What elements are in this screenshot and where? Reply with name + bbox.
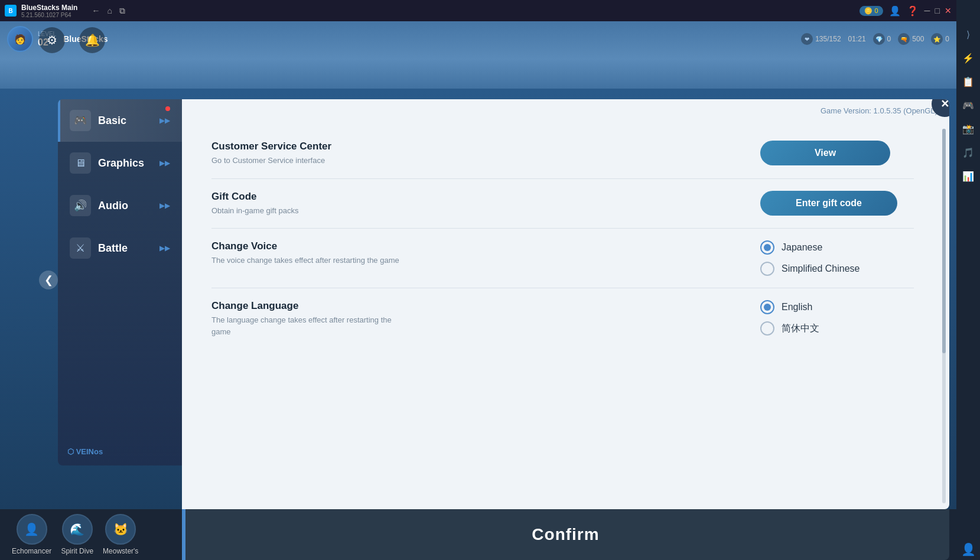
minimize-button[interactable]: ─ — [924, 6, 930, 15]
sidebar-icon-1[interactable]: ⚡ — [958, 47, 979, 69]
right-sidebar: ⟩ ⚡ 📋 🎮 📸 🎵 📊 👤 — [956, 0, 980, 560]
scrollbar[interactable] — [942, 129, 946, 503]
settings-content: Customer Service Center Go to Customer S… — [182, 99, 949, 474]
titlebar-right: 🪙 0 👤 ❓ ─ □ ✕ — [859, 5, 952, 17]
tab-basic-badge — [165, 106, 170, 111]
veinos-logo: ⬡ VEINos — [67, 447, 103, 456]
voice-japanese-label: Japanese — [782, 242, 822, 253]
voice-simplified-chinese-radio[interactable] — [760, 262, 774, 276]
enter-gift-code-button[interactable]: Enter gift code — [760, 191, 897, 216]
coin-display: 🪙 0 — [859, 6, 883, 16]
view-button[interactable]: View — [760, 141, 890, 165]
lang-chinese-option[interactable]: 简休中文 — [760, 321, 819, 336]
change-voice-title: Change Voice — [211, 240, 748, 252]
app-subtitle: 5.21.560.1027 P64 — [21, 12, 77, 18]
customer-service-desc: Go to Customer Service interface — [211, 155, 412, 167]
gift-code-row: Gift Code Obtain in-game gift packs Ente… — [211, 179, 914, 229]
window-icon[interactable]: ⧉ — [119, 6, 125, 16]
game-hud: 🧑 LEVEL 02 BlueStacks ❤ 135/152 01:21 💎 … — [0, 21, 956, 57]
sidebar-icon-bottom[interactable]: 👤 — [958, 539, 979, 560]
gift-code-right: Enter gift code — [748, 191, 914, 216]
currency2-stat: 🔫 500 — [898, 33, 924, 45]
question-icon[interactable]: ❓ — [907, 5, 919, 17]
game-version: Game Version: 1.0.5.35 (OpenGL) — [821, 106, 937, 115]
gift-code-title: Gift Code — [211, 191, 748, 203]
customer-service-title: Customer Service Center — [211, 141, 748, 152]
echomancer-name: Echomancer — [12, 547, 51, 555]
voice-simplified-chinese-option[interactable]: Simplified Chinese — [760, 262, 860, 276]
tab-battle-label: Battle — [98, 242, 128, 255]
change-voice-right: Japanese Simplified Chinese — [748, 240, 914, 276]
change-language-desc: The language change takes effect after r… — [211, 314, 412, 337]
change-voice-left: Change Voice The voice change takes effe… — [211, 240, 748, 266]
sidebar-icon-4[interactable]: 📸 — [958, 118, 979, 139]
sidebar-icon-2[interactable]: 📋 — [958, 71, 979, 92]
gear-button[interactable]: ⚙ — [39, 27, 65, 53]
hp-icon: ❤ — [801, 33, 813, 45]
close-window-button[interactable]: ✕ — [945, 6, 952, 15]
bluestacks-titlebar: B BlueStacks Main 5.21.560.1027 P64 ← ⌂ … — [0, 0, 956, 21]
currency1-stat: 💎 0 — [873, 33, 891, 45]
bluestacks-logo: B — [5, 5, 17, 17]
tab-audio[interactable]: 🔊 Audio ▶▶ — [58, 184, 182, 227]
confirm-bar: Confirm — [182, 509, 949, 560]
nav-left-arrow[interactable]: ❮ — [39, 271, 58, 289]
tab-audio-arrow: ▶▶ — [159, 201, 170, 210]
tab-battle[interactable]: ⚔ Battle ▶▶ — [58, 227, 182, 269]
customer-service-right: View — [748, 141, 914, 165]
currency3-stat: ⭐ 0 — [931, 33, 949, 45]
lang-english-radio[interactable] — [760, 300, 774, 314]
tab-battle-arrow: ▶▶ — [159, 244, 170, 252]
quick-settings: ⚙ 🔔 — [39, 27, 105, 53]
spirit-dive-name: Spirit Dive — [61, 547, 93, 555]
voice-japanese-radio[interactable] — [760, 240, 774, 255]
tab-graphics-arrow: ▶▶ — [159, 159, 170, 167]
sidebar-icon-5[interactable]: 🎵 — [958, 142, 979, 163]
voice-japanese-option[interactable]: Japanese — [760, 240, 822, 255]
change-language-left: Change Language The language change take… — [211, 300, 748, 337]
timer-stat: 01:21 — [848, 35, 866, 43]
character-echomancer[interactable]: 👤 Echomancer — [12, 514, 51, 555]
tab-audio-icon: 🔊 — [70, 195, 91, 216]
currency1-icon: 💎 — [873, 33, 885, 45]
sidebar-expand-icon[interactable]: ⟩ — [958, 24, 979, 45]
customer-service-row: Customer Service Center Go to Customer S… — [211, 129, 914, 179]
currency3-icon: ⭐ — [931, 33, 943, 45]
gift-code-left: Gift Code Obtain in-game gift packs — [211, 191, 748, 217]
character-spirit-dive[interactable]: 🌊 Spirit Dive — [61, 514, 93, 555]
tab-graphics[interactable]: 🖥 Graphics ▶▶ — [58, 142, 182, 184]
tab-graphics-icon: 🖥 — [70, 152, 91, 174]
scrollbar-thumb[interactable] — [942, 129, 946, 353]
sidebar-icon-3[interactable]: 🎮 — [958, 95, 979, 116]
tab-basic[interactable]: 🎮 Basic ▶▶ — [58, 99, 182, 142]
change-language-row: Change Language The language change take… — [211, 288, 914, 349]
back-icon[interactable]: ← — [92, 6, 100, 16]
window-controls: ─ □ ✕ — [924, 6, 952, 15]
user-icon[interactable]: 👤 — [889, 5, 901, 17]
customer-service-left: Customer Service Center Go to Customer S… — [211, 141, 748, 167]
tab-basic-arrow: ▶▶ — [159, 116, 170, 125]
home-icon[interactable]: ⌂ — [107, 6, 112, 16]
maximize-button[interactable]: □ — [935, 6, 940, 15]
echomancer-avatar: 👤 — [17, 514, 47, 545]
app-title: BlueStacks Main — [21, 4, 77, 12]
meowster-avatar: 🐱 — [105, 514, 136, 545]
spirit-dive-avatar: 🌊 — [62, 514, 93, 545]
gift-code-desc: Obtain in-game gift packs — [211, 205, 412, 217]
character-meowster[interactable]: 🐱 Meowster's — [103, 514, 138, 555]
lang-english-option[interactable]: English — [760, 300, 812, 314]
nav-icons: ← ⌂ ⧉ — [92, 6, 125, 16]
change-voice-desc: The voice change takes effect after rest… — [211, 255, 412, 266]
lang-chinese-radio[interactable] — [760, 321, 774, 336]
change-language-title: Change Language — [211, 300, 748, 312]
bell-button[interactable]: 🔔 — [79, 27, 105, 53]
confirm-accent-bar — [182, 509, 185, 560]
tab-audio-label: Audio — [98, 200, 128, 212]
change-voice-row: Change Voice The voice change takes effe… — [211, 229, 914, 288]
tab-graphics-label: Graphics — [98, 157, 144, 170]
confirm-button[interactable]: Confirm — [532, 525, 599, 544]
voice-simplified-chinese-label: Simplified Chinese — [782, 263, 860, 274]
sidebar-icon-6[interactable]: 📊 — [958, 165, 979, 187]
settings-sidebar: 🎮 Basic ▶▶ 🖥 Graphics ▶▶ 🔊 Audio ▶▶ ⚔ Ba… — [58, 99, 182, 465]
tab-battle-icon: ⚔ — [70, 237, 91, 259]
